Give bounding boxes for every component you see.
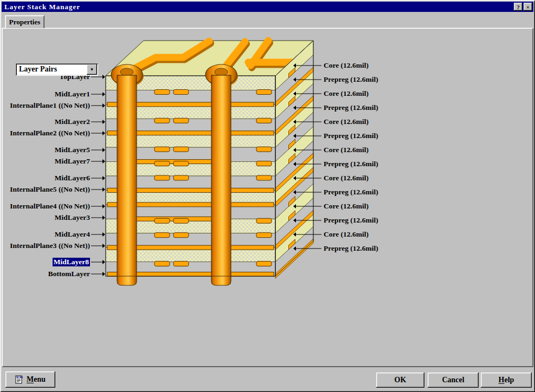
arrow-right-icon [91,130,105,136]
dielectric-label: Prepreg (12.6mil) [324,132,378,140]
arrow-left-icon [293,105,321,110]
layer-row-midlayer7[interactable]: MidLayer7 [10,156,105,166]
dielectric-label: Prepreg (12.6mil) [324,216,378,225]
dielectric-row: Core (12.6mil) [293,117,369,127]
dielectric-label: Core (12.6mil) [324,117,369,126]
ok-button[interactable]: OK [376,373,424,388]
layer-name-selected[interactable]: MidLayer8 [53,258,90,266]
dielectric-row: Core (12.6mil) [293,230,369,239]
chevron-down-icon[interactable]: ▼ [87,64,97,75]
layer-name[interactable]: InternalPlane1 ((No Net)) [10,101,90,110]
layer-name[interactable]: BottomLayer [48,270,90,278]
layer-name[interactable]: InternalPlane3 ((No Net)) [10,241,90,250]
arrow-left-icon [293,133,321,139]
arrow-right-icon [91,103,105,108]
arrow-right-icon [91,243,105,249]
arrow-left-icon [293,232,321,237]
arrow-right-icon [91,147,105,153]
dielectric-label: Core (12.6mil) [324,146,369,154]
dielectric-row: Core (12.6mil) [293,61,369,70]
close-icon[interactable]: × [524,3,532,11]
layer-row-midlayer5[interactable]: MidLayer5 [10,145,105,155]
arrow-left-icon [293,190,321,195]
layer-pairs-dropdown[interactable]: Layer Pairs ▼ [16,63,98,76]
menu-button-label: Menu [27,375,46,384]
layer-row-internalplane2[interactable]: InternalPlane2 ((No Net)) [10,128,105,138]
titlebar[interactable]: Layer Stack Manager ? × [2,2,533,12]
layer-name[interactable]: InternalPlane4 ((No Net)) [10,202,90,211]
layer-row-internalplane1[interactable]: InternalPlane1 ((No Net)) [10,101,105,110]
arrow-right-icon [91,271,105,277]
dielectric-label: Core (12.6mil) [324,174,369,182]
dielectric-label: Prepreg (12.6mil) [324,160,378,168]
arrow-left-icon [293,204,321,209]
arrow-left-icon [293,91,321,96]
layer-name[interactable]: MidLayer6 [55,174,90,182]
arrow-right-icon [91,175,105,181]
layer-name[interactable]: MidLayer3 [55,213,90,222]
arrow-right-icon [91,232,105,237]
arrow-right-icon [91,215,105,220]
tab-properties[interactable]: Properties [5,15,44,28]
dielectric-label: Core (12.6mil) [324,61,369,70]
dielectric-row: Core (12.6mil) [293,201,369,211]
dielectric-label: Prepreg (12.6mil) [324,103,378,112]
layer-name[interactable]: InternalPlane2 ((No Net)) [10,129,90,138]
layer-row-midlayer8[interactable]: MidLayer8 [10,257,105,267]
layer-stack-3d-graphic [103,30,320,290]
dielectric-label: Core (12.6mil) [324,89,369,98]
arrow-right-icon [91,159,105,164]
menu-icon [15,375,23,384]
layer-name[interactable]: InternalPlane5 ((No Net)) [10,185,90,194]
dielectric-row: Prepreg (12.6mil) [293,187,378,197]
arrow-right-icon [91,259,105,265]
arrow-left-icon [293,218,321,223]
layer-name[interactable]: MidLayer1 [55,90,90,99]
layer-row-midlayer1[interactable]: MidLayer1 [10,89,105,99]
help-button[interactable]: Help [481,373,532,388]
dielectric-label: Prepreg (12.6mil) [324,244,378,253]
layer-name[interactable]: MidLayer4 [55,230,90,239]
dielectric-row: Prepreg (12.6mil) [293,75,378,84]
arrow-left-icon [293,119,321,125]
arrow-right-icon [91,92,105,97]
menu-button[interactable]: Menu [5,371,55,388]
arrow-left-icon [293,147,321,153]
layer-name[interactable]: MidLayer2 [55,117,90,126]
dielectric-row: Prepreg (12.6mil) [293,103,378,113]
dielectric-row: Prepreg (12.6mil) [293,131,378,141]
layer-name[interactable]: MidLayer5 [55,146,90,154]
cancel-button[interactable]: Cancel [428,373,479,388]
dielectric-row: Prepreg (12.6mil) [293,159,378,169]
layer-row-midlayer3[interactable]: MidLayer3 [10,213,105,223]
dielectric-row: Core (12.6mil) [293,173,369,183]
dielectric-row: Core (12.6mil) [293,89,369,99]
dielectric-label: Core (12.6mil) [324,230,369,239]
window-title: Layer Stack Manager [4,3,80,11]
dielectric-label: Prepreg (12.6mil) [324,75,378,84]
arrow-left-icon [293,77,321,82]
arrow-right-icon [91,187,105,192]
layer-pairs-value: Layer Pairs [19,65,57,74]
dielectric-row: Core (12.6mil) [293,145,369,155]
arrow-left-icon [293,63,321,68]
arrow-right-icon [91,204,105,209]
arrow-left-icon [293,175,321,181]
arrow-left-icon [293,246,321,251]
help-titlebar-button[interactable]: ? [514,3,523,11]
arrow-right-icon [91,119,105,125]
dielectric-label: Core (12.6mil) [324,202,369,211]
layer-name[interactable]: MidLayer7 [55,157,90,166]
layer-row-midlayer6[interactable]: MidLayer6 [10,173,105,183]
dielectric-row: Prepreg (12.6mil) [293,244,378,253]
layer-row-midlayer4[interactable]: MidLayer4 [10,230,105,239]
layer-row-internalplane4[interactable]: InternalPlane4 ((No Net)) [10,201,105,211]
arrow-left-icon [293,161,321,167]
layer-row-internalplane3[interactable]: InternalPlane3 ((No Net)) [10,241,105,251]
tab-properties-label: Properties [9,18,41,27]
layer-row-midlayer2[interactable]: MidLayer2 [10,117,105,127]
layer-row-bottomlayer[interactable]: BottomLayer [10,269,105,279]
layer-stack-manager-dialog: Layer Stack Manager ? × Properties ... T… [0,0,535,392]
dielectric-label: Prepreg (12.6mil) [324,188,378,197]
layer-row-internalplane5[interactable]: InternalPlane5 ((No Net)) [10,185,105,194]
